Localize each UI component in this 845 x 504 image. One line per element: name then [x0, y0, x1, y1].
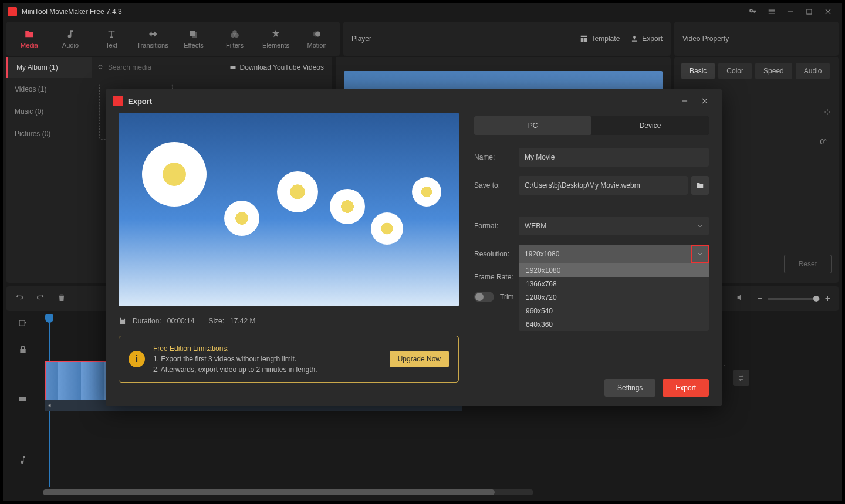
template-button[interactable]: Template	[580, 35, 620, 43]
tool-media[interactable]: Media	[9, 22, 50, 55]
search-media[interactable]: Search media	[92, 63, 221, 72]
lock-track-icon[interactable]	[18, 345, 28, 357]
resolution-select[interactable]: 1920x1080	[519, 245, 709, 263]
svg-rect-14	[682, 100, 687, 101]
resolution-option[interactable]: 1920x1080	[519, 263, 709, 277]
side-pictures[interactable]: Pictures (0)	[6, 123, 93, 145]
export-button[interactable]: Export	[663, 379, 709, 397]
reset-button[interactable]: Reset	[784, 255, 832, 273]
redo-icon[interactable]	[36, 293, 45, 305]
tool-motion[interactable]: Motion	[296, 22, 337, 55]
export-titlebar: Export	[106, 89, 722, 113]
tool-filters[interactable]: Filters	[214, 22, 255, 55]
tab-audio[interactable]: Audio	[796, 63, 830, 79]
upgrade-button[interactable]: Upgrade Now	[390, 351, 449, 367]
app-title: MiniTool MovieMaker Free 7.4.3	[22, 8, 122, 16]
svg-rect-11	[19, 320, 25, 326]
save-row: Save to: C:\Users\bj\Desktop\My Movie.we…	[474, 176, 709, 195]
resolution-option[interactable]: 960x540	[519, 304, 709, 317]
export-logo-icon	[113, 96, 123, 106]
video-property-header: Video Property	[674, 22, 839, 56]
player-header: Player Template Export	[343, 22, 671, 56]
browse-button[interactable]	[691, 176, 709, 195]
mute-icon[interactable]	[736, 293, 745, 305]
size-value: 17.42 M	[230, 317, 255, 325]
titlebar: MiniTool MovieMaker Free 7.4.3	[3, 3, 842, 21]
app-logo-icon	[8, 7, 17, 16]
zoom-out-icon[interactable]: −	[757, 293, 762, 304]
svg-rect-3	[192, 32, 197, 38]
close-icon[interactable]	[819, 3, 837, 21]
svg-point-8	[313, 32, 318, 37]
maximize-icon[interactable]	[800, 3, 819, 21]
tool-transitions[interactable]: Transitions	[132, 22, 173, 55]
trim-label: Trim	[500, 293, 514, 301]
save-input[interactable]: C:\Users\bj\Desktop\My Movie.webm	[519, 176, 688, 195]
svg-rect-1	[807, 9, 812, 14]
playhead[interactable]	[45, 314, 53, 323]
trim-toggle[interactable]	[474, 292, 494, 302]
info-icon: i	[129, 351, 145, 367]
tool-audio[interactable]: Audio	[50, 22, 91, 55]
resolution-option[interactable]: 1280x720	[519, 290, 709, 304]
resolution-dropdown: 1920x1080 1366x768 1280x720 960x540 640x…	[519, 263, 709, 331]
chevron-down-icon	[691, 217, 709, 235]
zoom-in-icon[interactable]: +	[825, 293, 830, 304]
format-select[interactable]: WEBM	[519, 217, 709, 235]
tab-basic[interactable]: Basic	[681, 63, 715, 79]
timeline-gutter	[6, 311, 39, 498]
export-info: Duration: 00:00:14 Size: 17.42 M	[119, 317, 459, 325]
audio-track-icon[interactable]	[18, 455, 28, 467]
export-tabs: PC Device	[474, 116, 709, 135]
download-yt-link[interactable]: Download YouTube Videos	[221, 63, 332, 72]
save-label: Save to:	[474, 181, 519, 190]
export-preview	[119, 113, 459, 306]
duration-value: 00:00:14	[167, 317, 195, 325]
tab-device[interactable]: Device	[592, 116, 709, 135]
export-button-header[interactable]: Export	[630, 35, 663, 43]
menu-icon[interactable]	[762, 3, 781, 21]
media-head: My Album (1) Search media Download YouTu…	[6, 57, 332, 78]
export-title: Export	[128, 97, 152, 106]
player-label: Player	[351, 35, 371, 43]
minimize-icon[interactable]	[781, 3, 800, 21]
timeline-scrollbar[interactable]	[43, 489, 533, 495]
limitations-text: Free Edition Limitations: 1. Export the …	[153, 343, 317, 375]
export-right-column: PC Device Name: My Movie Save to: C:\Use…	[474, 113, 709, 397]
tab-speed[interactable]: Speed	[755, 63, 792, 79]
swap-icon[interactable]	[733, 370, 749, 386]
resolution-option[interactable]: 640x360	[519, 317, 709, 331]
svg-rect-13	[19, 397, 26, 401]
limitations-banner: i Free Edition Limitations: 1. Export th…	[119, 336, 459, 383]
chevron-down-icon[interactable]	[691, 245, 709, 263]
tool-effects[interactable]: Effects	[173, 22, 214, 55]
duration-label: Duration:	[133, 317, 161, 325]
zoom-slider[interactable]: − +	[757, 293, 830, 304]
rotation-center-icon[interactable]	[823, 108, 832, 118]
svg-rect-10	[230, 66, 235, 69]
resolution-label: Resolution:	[474, 250, 519, 258]
license-key-icon[interactable]	[743, 3, 762, 21]
save-icon	[119, 317, 127, 325]
video-track-icon[interactable]	[18, 394, 28, 406]
export-minimize-icon[interactable]	[675, 92, 695, 110]
tool-text[interactable]: Text	[91, 22, 132, 55]
format-row: Format: WEBM	[474, 217, 709, 235]
side-music[interactable]: Music (0)	[6, 100, 93, 123]
album-tab[interactable]: My Album (1)	[6, 57, 92, 78]
settings-button[interactable]: Settings	[604, 379, 655, 397]
resolution-row: Resolution: 1920x1080 1920x1080 1366x768…	[474, 245, 709, 263]
export-close-icon[interactable]	[695, 92, 715, 110]
tab-color[interactable]: Color	[718, 63, 752, 79]
add-track-icon[interactable]	[18, 319, 28, 331]
tool-elements[interactable]: Elements	[255, 22, 296, 55]
resolution-option[interactable]: 1366x768	[519, 277, 709, 290]
svg-point-9	[99, 65, 102, 69]
side-videos[interactable]: Videos (1)	[6, 78, 93, 100]
export-dialog: Export Duration: 00:00:14 Size: 17.42 M …	[106, 89, 722, 406]
property-tabs: Basic Color Speed Audio	[681, 63, 832, 79]
tab-pc[interactable]: PC	[474, 116, 592, 135]
undo-icon[interactable]	[15, 293, 24, 305]
delete-icon[interactable]	[57, 293, 66, 305]
name-input[interactable]: My Movie	[519, 148, 709, 167]
